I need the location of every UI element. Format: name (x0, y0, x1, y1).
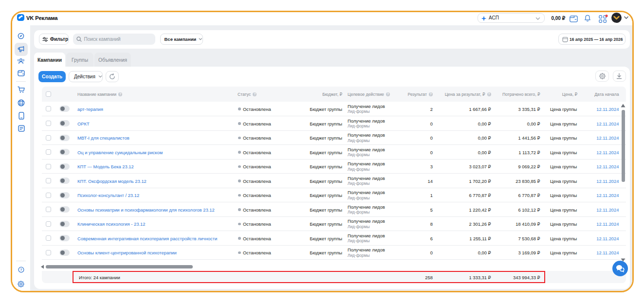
svg-text:?: ? (20, 268, 22, 271)
